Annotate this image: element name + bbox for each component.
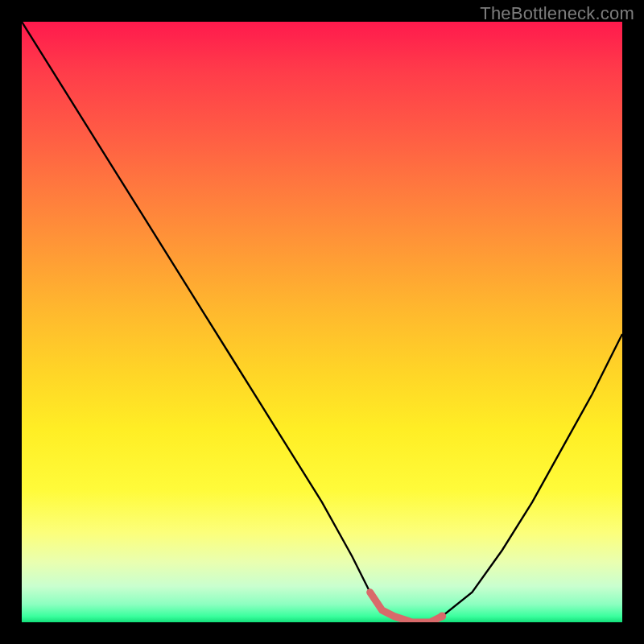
highlight-dot: [438, 613, 446, 621]
watermark-text: TheBottleneck.com: [480, 3, 634, 24]
flat-region-highlight: [370, 592, 443, 622]
chart-frame: TheBottleneck.com: [0, 0, 644, 644]
bottleneck-curve: [22, 22, 622, 622]
chart-svg: [22, 22, 622, 622]
